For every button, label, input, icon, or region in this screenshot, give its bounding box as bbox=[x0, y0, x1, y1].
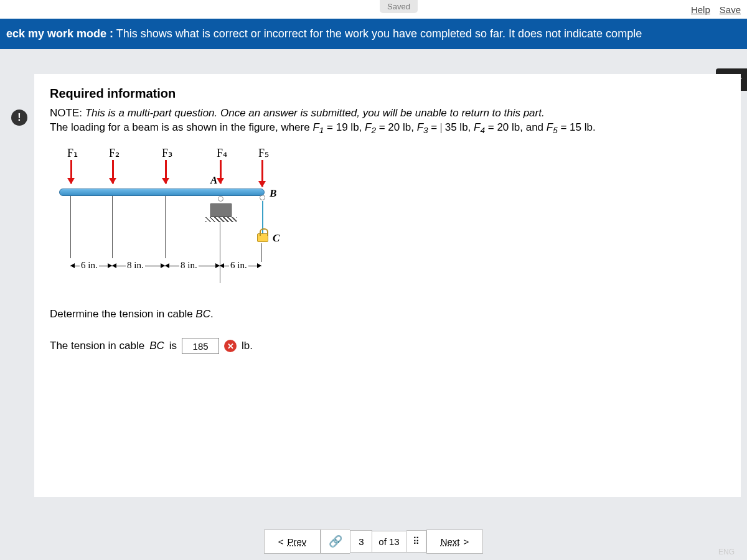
language-indicator: ENG bbox=[718, 548, 735, 556]
note-text: This is a multi-part question. Once an a… bbox=[85, 107, 545, 119]
lock-icon bbox=[257, 233, 268, 242]
label-f2: F₂ bbox=[109, 146, 120, 160]
question-prompt: Determine the tension in cable BC. bbox=[50, 308, 725, 320]
chevron-left-icon: < bbox=[278, 536, 284, 547]
arrow-f4 bbox=[220, 160, 222, 184]
answer-unit: lb. bbox=[242, 340, 253, 352]
ring-b bbox=[260, 195, 265, 200]
note-line: NOTE: This is a multi-part question. Onc… bbox=[50, 107, 725, 119]
nav-mid: 🔗 of 13 ⠿ bbox=[321, 529, 426, 554]
help-link[interactable]: Help bbox=[691, 4, 710, 15]
page-total: of 13 bbox=[372, 531, 406, 553]
dimlabel-1: 6 in. bbox=[80, 260, 99, 271]
info-icon[interactable]: ! bbox=[11, 110, 27, 126]
label-f3: F₃ bbox=[162, 146, 172, 160]
prev-button[interactable]: < Prev bbox=[264, 530, 321, 554]
hatch-a bbox=[205, 217, 237, 222]
tick-5 bbox=[261, 243, 262, 262]
label-c: C bbox=[273, 232, 280, 245]
nav-bar: < Prev 🔗 of 13 ⠿ Next > bbox=[0, 529, 747, 554]
label-f5: F₅ bbox=[258, 146, 269, 160]
loading-line: The loading for a beam is as shown in th… bbox=[50, 121, 725, 135]
label-b: B bbox=[270, 187, 276, 200]
label-f4: F₄ bbox=[217, 146, 227, 160]
arrow-f3 bbox=[165, 160, 167, 184]
required-title: Required information bbox=[50, 86, 725, 101]
mode-label: eck my work mode : bbox=[6, 27, 113, 40]
tick-2 bbox=[112, 196, 113, 258]
saved-indicator: Saved bbox=[380, 0, 418, 13]
grid-icon[interactable]: ⠿ bbox=[406, 530, 426, 553]
dimlabel-3: 8 in. bbox=[179, 260, 199, 271]
page-input[interactable] bbox=[350, 530, 372, 553]
beam bbox=[59, 189, 265, 196]
text-cursor-icon bbox=[441, 123, 441, 133]
dimlabel-2: 8 in. bbox=[126, 260, 145, 271]
answer-pre: The tension in cable bbox=[50, 340, 144, 352]
top-bar: Help Save bbox=[0, 0, 747, 19]
next-button[interactable]: Next > bbox=[426, 530, 484, 554]
save-link[interactable]: Save bbox=[720, 4, 741, 15]
answer-line: The tension in cable BC is ✕ lb. bbox=[50, 338, 725, 354]
arrow-f5 bbox=[261, 160, 263, 187]
support-a bbox=[210, 203, 232, 217]
note-prefix: NOTE: bbox=[50, 107, 82, 119]
answer-input[interactable] bbox=[182, 338, 219, 354]
dimlabel-4: 6 in. bbox=[229, 260, 248, 271]
mode-banner: eck my work mode : This shows what is co… bbox=[0, 19, 747, 49]
label-a: A bbox=[210, 174, 217, 187]
pin-a bbox=[218, 196, 223, 202]
mode-description: This shows what is correct or incorrect … bbox=[116, 27, 642, 40]
chevron-right-icon: > bbox=[464, 536, 469, 547]
tick-4 bbox=[220, 221, 220, 283]
arrow-f2 bbox=[112, 160, 114, 184]
beam-figure: F₁ F₂ F₃ F₄ F₅ A B C 6 in. 8 in. bbox=[50, 146, 311, 289]
label-f1: F₁ bbox=[67, 146, 78, 160]
answer-post: is bbox=[169, 340, 177, 352]
arrow-f1 bbox=[70, 160, 72, 184]
incorrect-icon: ✕ bbox=[224, 340, 237, 352]
answer-var: BC bbox=[149, 340, 164, 352]
question-panel: Required information NOTE: This is a mul… bbox=[34, 74, 741, 497]
tick-3 bbox=[165, 196, 166, 258]
tick-1 bbox=[70, 196, 71, 258]
link-icon[interactable]: 🔗 bbox=[321, 529, 350, 554]
